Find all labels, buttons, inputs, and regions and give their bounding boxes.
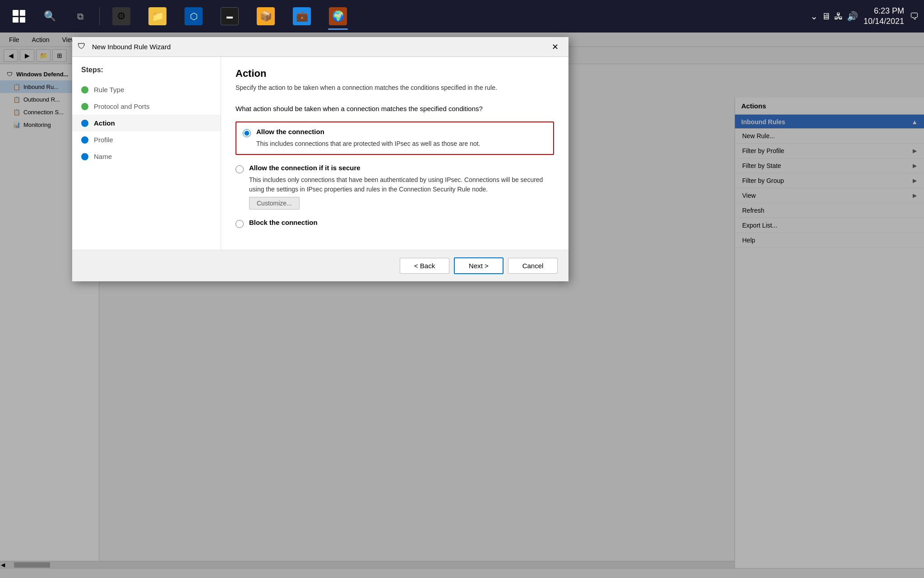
block-connection-radio[interactable] (236, 220, 244, 228)
taskbar-edge-app[interactable]: ⬡ (177, 3, 210, 30)
step-dot-protocol (81, 103, 88, 110)
taskbar-terminal-app[interactable]: ▬ (213, 3, 246, 30)
notification-icon[interactable]: 🗨 (910, 11, 919, 22)
wizard-step-action[interactable]: Action (72, 115, 221, 131)
dialog-overlay: 🛡 New Inbound Rule Wizard ✕ Steps: Rule … (0, 33, 924, 578)
dialog-title: New Inbound Rule Wizard (92, 43, 547, 51)
tray-network-icon[interactable]: 🖧 (834, 11, 843, 22)
search-taskbar-button[interactable]: 🔍 (36, 3, 63, 30)
step-protocol-label: Protocol and Ports (94, 103, 149, 110)
allow-connection-label[interactable]: Allow the connection (243, 128, 547, 137)
tray-icons: ⌄ 🖥 🖧 🔊 (810, 11, 858, 22)
wizard-steps-panel: Steps: Rule Type Protocol and Ports Acti… (72, 57, 221, 250)
wizard-content-panel: Action Specify the action to be taken wh… (221, 57, 568, 250)
wizard-step-protocol[interactable]: Protocol and Ports (72, 98, 221, 115)
dialog-titlebar: 🛡 New Inbound Rule Wizard ✕ (72, 37, 568, 57)
taskbar-settings-app[interactable]: ⚙ (105, 3, 138, 30)
block-connection-title: Block the connection (249, 219, 318, 226)
step-ruletype-label: Rule Type (94, 86, 124, 93)
step-action-label: Action (94, 119, 115, 127)
system-tray: ⌄ 🖥 🖧 🔊 6:23 PM 10/14/2021 🗨 (810, 6, 919, 27)
tray-time-display: 6:23 PM (864, 6, 904, 16)
taskbar-app7[interactable]: 💼 (286, 3, 318, 30)
start-button[interactable] (5, 3, 32, 30)
tray-date-display: 10/14/2021 (864, 16, 904, 27)
action-question: What action should be taken when a conne… (236, 105, 554, 112)
allow-secure-title: Allow the connection if it is secure (249, 164, 360, 172)
step-name-label: Name (94, 153, 112, 160)
allow-connection-title: Allow the connection (256, 128, 324, 135)
step-profile-label: Profile (94, 136, 113, 144)
wizard-step-name[interactable]: Name (72, 148, 221, 165)
taskbar-files-app[interactable]: 📁 (141, 3, 174, 30)
block-connection-label[interactable]: Block the connection (236, 219, 554, 228)
windows-icon (13, 10, 25, 23)
allow-connection-box: Allow the connection This includes conne… (236, 121, 554, 155)
step-dot-ruletype (81, 86, 88, 93)
taskbar-firewall-app[interactable]: 🌍 (322, 3, 354, 30)
cancel-button[interactable]: Cancel (508, 258, 558, 274)
wizard-step-ruletype[interactable]: Rule Type (72, 81, 221, 98)
close-icon: ✕ (552, 42, 559, 52)
allow-secure-desc: This includes only connections that have… (249, 175, 554, 194)
step-dot-action (81, 120, 88, 127)
allow-connection-desc: This includes connections that are prote… (256, 139, 547, 149)
tray-display-icon[interactable]: 🖥 (822, 11, 831, 22)
taskbar-separator (99, 7, 100, 25)
page-title: Action (236, 68, 554, 79)
wizard-step-profile[interactable]: Profile (72, 131, 221, 148)
dialog-footer: < Back Next > Cancel (72, 250, 568, 281)
allow-connection-radio[interactable] (243, 129, 251, 137)
allow-secure-label[interactable]: Allow the connection if it is secure (236, 164, 554, 173)
wizard-title-icon: 🛡 (78, 42, 88, 52)
allow-secure-option: Allow the connection if it is secure Thi… (236, 164, 554, 210)
next-button[interactable]: Next > (454, 257, 504, 274)
taskview-button[interactable]: ⧉ (67, 3, 94, 30)
customize-button[interactable]: Customize... (249, 197, 300, 210)
tray-chevron-icon[interactable]: ⌄ (810, 11, 818, 22)
tray-clock[interactable]: 6:23 PM 10/14/2021 (864, 6, 904, 27)
dialog-body: Steps: Rule Type Protocol and Ports Acti… (72, 57, 568, 250)
new-inbound-rule-wizard: 🛡 New Inbound Rule Wizard ✕ Steps: Rule … (72, 37, 568, 281)
page-subtitle: Specify the action to be taken when a co… (236, 84, 554, 91)
step-dot-profile (81, 136, 88, 144)
back-button[interactable]: < Back (400, 258, 449, 274)
step-dot-name (81, 153, 88, 160)
dialog-close-button[interactable]: ✕ (547, 39, 563, 55)
allow-secure-radio[interactable] (236, 165, 244, 173)
taskbar: 🔍 ⧉ ⚙ 📁 ⬡ ▬ 📦 💼 🌍 ⌄ 🖥 🖧 🔊 6:23 PM 10/14/… (0, 0, 924, 33)
taskbar-app6[interactable]: 📦 (249, 3, 282, 30)
block-connection-option: Block the connection (236, 219, 554, 230)
steps-header: Steps: (72, 66, 221, 81)
tray-volume-icon[interactable]: 🔊 (847, 11, 858, 22)
